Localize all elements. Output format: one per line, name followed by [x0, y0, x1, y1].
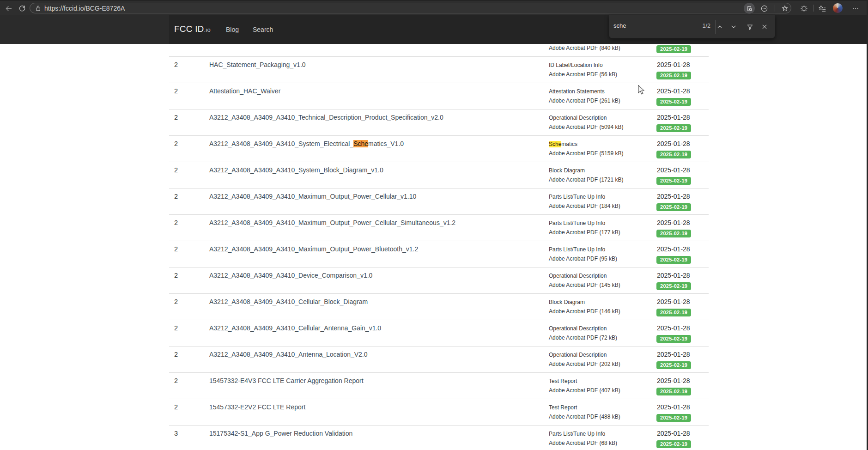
- file-info: Adobe Acrobat PDF (56 kB): [549, 71, 617, 78]
- file-info: Adobe Acrobat PDF (840 kB): [549, 45, 620, 51]
- lock-icon[interactable]: [32, 3, 43, 14]
- url-text[interactable]: https://fccid.io/BCG-E8726A: [44, 5, 125, 12]
- table-row: 2 A3212_A3408_A3409_A3410_Maximum_Output…: [169, 241, 709, 268]
- exhibit-count: 3: [174, 430, 178, 437]
- find-on-page-icon[interactable]: [744, 3, 755, 14]
- find-input[interactable]: sche: [613, 22, 626, 29]
- date-badge: 2025-02-19: [656, 256, 691, 264]
- browser-essentials-icon[interactable]: [798, 3, 809, 14]
- date-badge: 2025-02-19: [656, 45, 691, 53]
- favorites-list-icon[interactable]: [817, 3, 828, 14]
- refresh-icon[interactable]: [17, 3, 28, 14]
- mouse-cursor: [638, 85, 645, 97]
- file-info: Adobe Acrobat PDF (177 kB): [549, 229, 620, 236]
- exhibit-count: 2: [174, 166, 178, 174]
- find-highlight: Sche: [549, 141, 561, 147]
- document-type: Test Report: [549, 378, 577, 384]
- exhibit-count: 2: [174, 140, 178, 147]
- file-info: Adobe Acrobat PDF (5094 kB): [549, 124, 623, 130]
- table-row: 2 A3212_A3408_A3409_A3410_Technical_Desc…: [169, 109, 709, 136]
- document-link[interactable]: Attestation_HAC_Waiver: [209, 87, 280, 95]
- exhibit-count: 2: [174, 219, 178, 226]
- exhibit-count: 2: [174, 324, 178, 332]
- document-link[interactable]: A3212_A3408_A3409_A3410_Maximum_Output_P…: [209, 193, 416, 200]
- document-link[interactable]: A3212_A3408_A3409_A3410_Cellular_Block_D…: [209, 298, 368, 305]
- date-badge: 2025-02-19: [656, 282, 691, 290]
- document-date: 2025-01-28: [657, 114, 690, 121]
- site-logo[interactable]: FCC ID.io: [174, 24, 211, 34]
- document-date: 2025-01-28: [657, 351, 690, 358]
- date-badge: 2025-02-19: [656, 414, 691, 422]
- file-info: Adobe Acrobat PDF (1721 kB): [549, 176, 623, 183]
- table-row: 2 A3212_A3408_A3409_A3410_System_Electri…: [169, 136, 709, 162]
- date-badge: 2025-02-19: [656, 124, 691, 132]
- file-info: Adobe Acrobat PDF (261 kB): [549, 97, 620, 104]
- file-info: Adobe Acrobat PDF (202 kB): [549, 361, 620, 367]
- document-link[interactable]: A3212_A3408_A3409_A3410_Maximum_Output_P…: [209, 245, 418, 253]
- address-bar[interactable]: [30, 3, 791, 13]
- table-row: 3 15175342-S1_App G_Power Reduction Vali…: [169, 426, 709, 450]
- document-date: 2025-01-28: [657, 272, 690, 279]
- document-link[interactable]: 15175342-S1_App G_Power Reduction Valida…: [209, 430, 352, 437]
- documents-table: Adobe Acrobat PDF (840 kB) 2025-02-19 2 …: [169, 30, 709, 450]
- date-badge: 2025-02-19: [656, 309, 691, 316]
- document-date: 2025-01-28: [657, 430, 690, 437]
- table-row: 2 A3212_A3408_A3409_A3410_Maximum_Output…: [169, 189, 709, 215]
- file-info: Adobe Acrobat PDF (5159 kB): [549, 150, 623, 157]
- find-filter-icon[interactable]: [744, 21, 755, 32]
- file-info: Adobe Acrobat PDF (68 kB): [549, 440, 617, 446]
- document-date: 2025-01-28: [657, 193, 690, 200]
- document-link[interactable]: 15457332-E4V3 FCC LTE Carrier Aggregatio…: [209, 377, 364, 384]
- document-link[interactable]: A3212_A3408_A3409_A3410_System_Block_Dia…: [209, 166, 383, 174]
- profile-avatar[interactable]: [833, 3, 843, 13]
- document-type: Parts List/Tune Up Info: [549, 246, 605, 253]
- date-badge: 2025-02-19: [656, 72, 691, 79]
- document-type: ID Label/Location Info: [549, 62, 603, 68]
- document-link[interactable]: HAC_Statement_Packaging_v1.0: [209, 61, 306, 68]
- back-icon[interactable]: [3, 3, 14, 14]
- document-link[interactable]: A3212_A3408_A3409_A3410_Device_Compariso…: [209, 272, 372, 279]
- date-badge: 2025-02-19: [656, 230, 691, 237]
- find-previous-icon[interactable]: [714, 21, 725, 32]
- date-badge: 2025-02-19: [656, 440, 691, 448]
- exhibit-count: 2: [174, 351, 178, 358]
- document-type: Operational Description: [549, 325, 607, 332]
- document-type: Block Diagram: [549, 299, 585, 305]
- page-actions-icon[interactable]: [759, 3, 770, 14]
- find-in-page-bar: sche 1/2: [609, 15, 775, 38]
- document-date: 2025-01-28: [657, 324, 690, 332]
- find-next-icon[interactable]: [728, 21, 739, 32]
- exhibit-count: 2: [174, 61, 178, 68]
- date-badge: 2025-02-19: [656, 203, 691, 211]
- document-type: Test Report: [549, 404, 577, 411]
- table-row: 2 15457332-E2V2 FCC LTE Report Test Repo…: [169, 399, 709, 426]
- date-badge: 2025-02-19: [656, 388, 691, 395]
- file-info: Adobe Acrobat PDF (488 kB): [549, 414, 620, 420]
- favorite-star-icon[interactable]: [779, 3, 790, 14]
- document-type: Parts List/Tune Up Info: [549, 431, 605, 437]
- document-date: 2025-01-28: [657, 377, 690, 384]
- document-type: Parts List/Tune Up Info: [549, 194, 605, 200]
- exhibit-count: 2: [174, 377, 178, 384]
- date-badge: 2025-02-19: [656, 361, 691, 369]
- nav-item-blog[interactable]: Blog: [226, 26, 239, 33]
- document-date: 2025-01-28: [657, 298, 690, 305]
- exhibit-count: 2: [174, 87, 178, 95]
- document-link[interactable]: A3212_A3408_A3409_A3410_Technical_Descri…: [209, 114, 443, 121]
- document-type: Operational Description: [549, 115, 607, 121]
- document-link[interactable]: A3212_A3408_A3409_A3410_Maximum_Output_P…: [209, 219, 455, 226]
- document-link[interactable]: A3212_A3408_A3409_A3410_Cellular_Antenna…: [209, 324, 381, 332]
- document-date: 2025-01-28: [657, 166, 690, 174]
- document-type: Schematics: [549, 141, 577, 147]
- document-link[interactable]: 15457332-E2V2 FCC LTE Report: [209, 403, 305, 411]
- document-type: Block Diagram: [549, 167, 585, 174]
- settings-menu-icon[interactable]: [850, 3, 861, 14]
- file-info: Adobe Acrobat PDF (407 kB): [549, 387, 620, 394]
- table-row: 2 A3212_A3408_A3409_A3410_System_Block_D…: [169, 162, 709, 189]
- table-row: 2 15457332-E4V3 FCC LTE Carrier Aggregat…: [169, 373, 709, 399]
- document-link[interactable]: A3212_A3408_A3409_A3410_System_Electrica…: [209, 140, 404, 147]
- find-close-icon[interactable]: [759, 21, 770, 32]
- nav-item-search[interactable]: Search: [253, 26, 273, 33]
- document-date: 2025-01-28: [657, 140, 690, 147]
- document-link[interactable]: A3212_A3408_A3409_A3410_Antenna_Location…: [209, 351, 368, 358]
